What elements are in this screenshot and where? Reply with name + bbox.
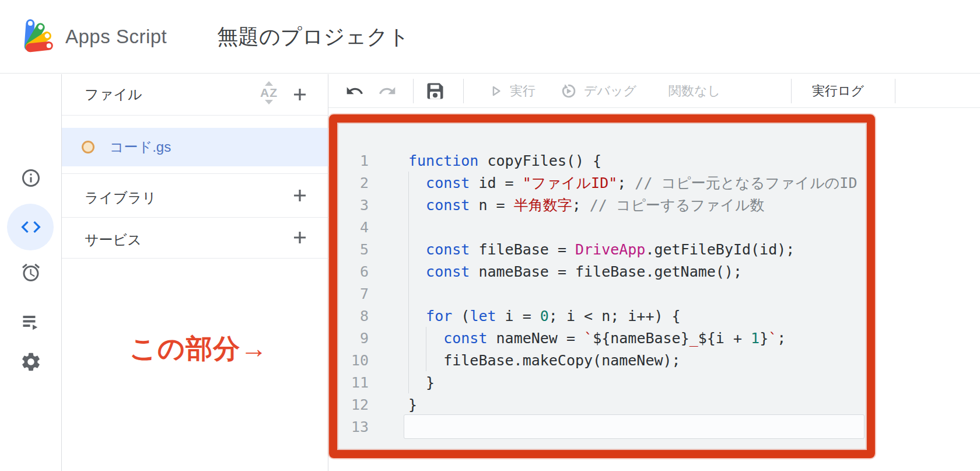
executions-icon [20, 310, 41, 332]
file-panel: ファイル AZ コード.gs ライブラリ サービス この部分→ [62, 74, 328, 471]
left-rail [0, 74, 62, 471]
line-number: 8 [337, 308, 369, 325]
code-line-9[interactable]: 9 const nameNew = `${nameBase}_${i + 1}`… [337, 327, 867, 349]
line-number: 9 [337, 330, 369, 347]
toolbar-divider [791, 79, 792, 103]
code-line-1[interactable]: 1function copyFiles() { [337, 149, 867, 172]
add-service-button[interactable] [287, 225, 313, 250]
run-button[interactable]: 実行 [488, 74, 536, 107]
sidebar-item-overview[interactable] [0, 159, 62, 197]
debug-label: デバッグ [584, 82, 636, 100]
code-text: const n = 半角数字; // コピーするファイル数 [369, 196, 765, 215]
code-text: for (let i = 0; i < n; i++) { [369, 308, 681, 325]
file-item-code-gs[interactable]: コード.gs [62, 128, 328, 166]
undo-button[interactable] [345, 74, 364, 107]
line-number: 3 [337, 197, 369, 214]
line-number: 13 [337, 418, 369, 435]
az-letters: AZ [260, 86, 278, 100]
line-number: 10 [337, 352, 369, 369]
annotation-this-part: この部分→ [130, 331, 268, 367]
toolbar-divider [413, 79, 414, 103]
sort-up-arrow [265, 81, 273, 86]
files-header: ファイル [85, 74, 142, 115]
divider [62, 217, 328, 218]
project-title[interactable]: 無題のプロジェクト [217, 0, 410, 74]
code-line-3[interactable]: 3 const n = 半角数字; // コピーするファイル数 [337, 194, 867, 216]
add-library-button[interactable] [287, 183, 313, 208]
alarm-icon [20, 262, 41, 283]
code-line-7[interactable]: 7 [337, 282, 867, 305]
code-text: } [369, 396, 417, 413]
code-line-13[interactable]: 13 [337, 416, 867, 438]
az-sort-icon[interactable]: AZ [256, 81, 282, 109]
services-header: サービス [85, 231, 142, 249]
code-line-8[interactable]: 8 for (let i = 0; i < n; i++) { [337, 305, 867, 327]
header: Apps Script 無題のプロジェクト [0, 0, 980, 74]
code-line-10[interactable]: 10 fileBase.makeCopy(nameNew); [337, 349, 867, 371]
function-selector[interactable]: 関数なし [668, 74, 720, 107]
debug-button[interactable]: デバッグ [559, 74, 636, 107]
info-icon [20, 168, 41, 189]
code-icon [19, 215, 43, 239]
toolbar-divider [463, 79, 464, 103]
sidebar-item-executions[interactable] [0, 302, 62, 340]
code-line-12[interactable]: 12} [337, 393, 867, 416]
code-text: const nameBase = fileBase.getName(); [369, 263, 742, 280]
code-line-6[interactable]: 6 const nameBase = fileBase.getName(); [337, 260, 867, 282]
divider [62, 115, 328, 116]
redo-button[interactable] [378, 74, 397, 107]
code-editor[interactable]: 1function copyFiles() {2 const id = "ファイ… [337, 123, 867, 450]
run-label: 実行 [510, 82, 536, 100]
code-line-4[interactable]: 4 [337, 216, 867, 238]
undo-icon [345, 82, 364, 100]
debug-icon [559, 82, 578, 100]
file-status-dot-icon [82, 141, 94, 153]
code-text: const fileBase = DriveApp.getFileById(id… [369, 241, 794, 258]
sidebar-item-editor[interactable] [0, 208, 62, 246]
libraries-header: ライブラリ [85, 189, 156, 207]
sidebar-item-triggers[interactable] [0, 254, 62, 291]
file-name: コード.gs [110, 138, 171, 156]
apps-script-logo-icon[interactable] [22, 14, 57, 54]
app-name[interactable]: Apps Script [65, 0, 167, 74]
editor-toolbar: 実行 デバッグ 関数なし 実行ログ [328, 74, 980, 107]
sort-down-arrow [265, 100, 273, 104]
execution-log-button[interactable]: 実行ログ [812, 74, 864, 107]
function-selector-label: 関数なし [668, 82, 720, 100]
sidebar-item-settings[interactable] [0, 343, 62, 381]
code-text: function copyFiles() { [369, 152, 601, 169]
save-button[interactable] [425, 74, 446, 107]
save-icon [425, 81, 446, 102]
redo-icon [378, 82, 397, 100]
execution-log-label: 実行ログ [812, 82, 864, 100]
toolbar-border [328, 107, 980, 108]
line-number: 7 [337, 285, 369, 302]
toolbar-divider [895, 79, 895, 103]
line-number: 4 [337, 219, 369, 236]
line-number: 12 [337, 396, 369, 413]
code-text: const nameNew = `${nameBase}_${i + 1}`; [369, 330, 786, 347]
divider [62, 258, 328, 259]
line-number: 11 [337, 374, 369, 391]
code-line-2[interactable]: 2 const id = "ファイルID"; // コピー元となるファイルのID [337, 172, 867, 194]
line-number: 5 [337, 241, 369, 258]
apps-script-window: Apps Script 無題のプロジェクト [0, 0, 980, 471]
gear-icon [20, 351, 42, 373]
code-line-11[interactable]: 11 } [337, 371, 867, 393]
line-number: 1 [337, 152, 369, 169]
divider [62, 173, 328, 174]
line-number: 6 [337, 263, 369, 280]
run-play-icon [488, 83, 504, 99]
code-text: } [369, 374, 435, 391]
add-file-button[interactable] [287, 82, 313, 107]
code-text: const id = "ファイルID"; // コピー元となるファイルのID [369, 173, 857, 193]
code-line-5[interactable]: 5 const fileBase = DriveApp.getFileById(… [337, 238, 867, 260]
code-text: fileBase.makeCopy(nameNew); [369, 352, 681, 369]
line-number: 2 [337, 175, 369, 191]
